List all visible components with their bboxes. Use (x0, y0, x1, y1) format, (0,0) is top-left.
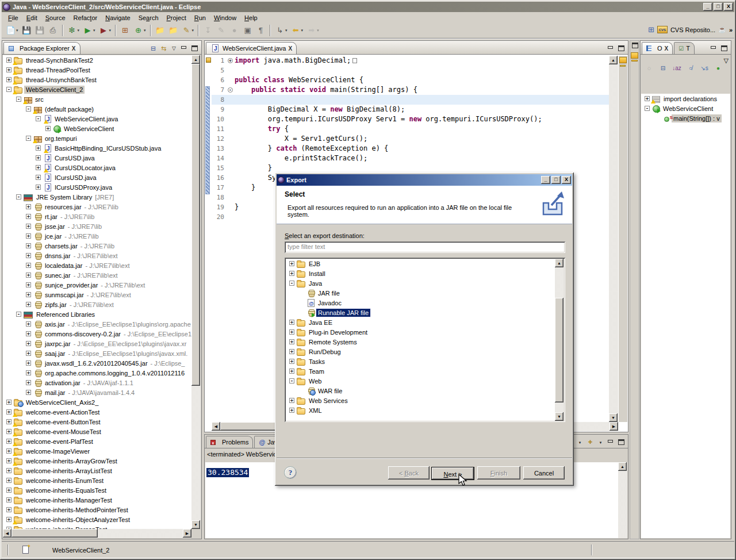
expander-icon[interactable] (6, 87, 12, 92)
code-line[interactable]: 7- public static void main(String[] args… (212, 85, 609, 95)
tree-item[interactable]: main(String[]) : v (641, 113, 730, 123)
java-perspective-icon[interactable]: ☕ (718, 26, 726, 33)
tree-item[interactable]: src (3, 94, 191, 104)
maximize-view-icon[interactable] (720, 45, 729, 52)
menu-window[interactable]: Window (210, 13, 240, 22)
code-line[interactable]: 15 } (212, 163, 609, 173)
expander-icon[interactable] (26, 273, 31, 278)
tree-item[interactable]: dnsns.jar- J:\JRE7\lib\ext (3, 251, 191, 260)
last-edit-location-icon[interactable]: ↳▾ (274, 24, 289, 37)
expander-icon[interactable] (6, 419, 12, 424)
code-line[interactable]: 11 try { (212, 124, 609, 134)
open-console-dropdown-icon[interactable]: ▾ (596, 439, 605, 446)
menu-source[interactable]: Source (41, 13, 70, 22)
close-view-icon[interactable]: X (72, 45, 76, 52)
minimize-editor-icon[interactable] (607, 45, 615, 52)
expander-icon[interactable] (26, 263, 31, 268)
hide-static-icon[interactable]: ↘s (699, 65, 710, 71)
tab-problems[interactable]: x Problems (206, 436, 253, 448)
cvs-repository-icon[interactable]: CVS (657, 26, 668, 33)
tree-item[interactable]: sunec.jar- J:\JRE7\lib\ext (3, 270, 191, 280)
editor-vscrollbar[interactable]: ▲ ▼ (609, 56, 618, 422)
tree-item[interactable]: saaj.jar- J:\Eclipse_EE\eclipse1\plugins… (3, 348, 191, 358)
expander-icon[interactable] (289, 320, 294, 325)
hide-fields-icon[interactable]: ○̸ (685, 65, 696, 71)
tab-tasks[interactable]: ☑ T (674, 42, 695, 54)
code-line[interactable]: 10 org.tempuri.ICursUSDProxy Serv1 = new… (212, 114, 609, 124)
collapse-all-icon[interactable]: ⊟ (658, 65, 668, 71)
fold-margin[interactable]: + (227, 56, 235, 66)
tree-item[interactable]: Remote Systems (286, 337, 555, 347)
view-menu-icon[interactable]: ▽ (170, 45, 178, 52)
collapse-all-icon[interactable]: ⊟ (149, 45, 158, 52)
tree-item[interactable]: Team (286, 366, 555, 376)
expander-icon[interactable] (26, 282, 31, 287)
tab-outline[interactable]: O X (642, 42, 673, 54)
focus-icon[interactable]: ◌ (644, 65, 654, 71)
filters-icon[interactable]: ● (713, 65, 723, 71)
tree-item[interactable]: welcome-event-ActionTest (3, 407, 191, 417)
expander-icon[interactable] (26, 331, 31, 336)
perspective-label[interactable]: CVS Reposito... (670, 26, 715, 33)
tree-item[interactable]: welcome-event-PlafTest (3, 436, 191, 446)
pe-vscrollbar[interactable]: ▲ ▼ (191, 55, 201, 529)
show-source-icon[interactable]: ▣ (241, 24, 254, 37)
sort-icon[interactable]: ↓az (672, 65, 682, 71)
tree-item[interactable]: commons-discovery-0.2.jar- J:\Eclipse_EE… (3, 329, 191, 339)
debug-icon[interactable]: ❇▾ (66, 24, 81, 37)
open-perspective-icon[interactable]: ⊞ (648, 25, 654, 34)
window-minimize-button[interactable]: _ (703, 3, 712, 11)
maximize-view-icon[interactable] (617, 439, 626, 446)
expander-icon[interactable] (16, 312, 21, 317)
restore-view-icon[interactable] (631, 42, 639, 49)
warning-marker-icon[interactable] (206, 57, 211, 63)
tree-item[interactable]: thread-ThreadPoolTest (3, 65, 191, 75)
expander-icon[interactable] (26, 224, 31, 229)
dialog-minimize-button[interactable]: _ (541, 176, 550, 184)
tree-item[interactable]: Java (286, 278, 555, 288)
run-external-icon[interactable]: ▶▾ (98, 24, 113, 37)
expander-icon[interactable] (289, 398, 294, 403)
minimized-view-icon[interactable] (631, 52, 638, 59)
overview-occurrence-marker[interactable] (620, 65, 626, 67)
expander-icon[interactable] (45, 126, 51, 131)
tree-item[interactable]: Run/Debug (286, 347, 555, 356)
tree-item[interactable]: welcome-inherits-ArrayListTest (3, 466, 191, 475)
tree-item[interactable]: import declarations (641, 94, 730, 103)
scroll-thumb[interactable] (555, 298, 564, 402)
expander-icon[interactable] (289, 408, 294, 413)
scroll-up-arrow[interactable]: ▲ (555, 259, 564, 267)
tree-item[interactable]: Web Services (286, 396, 555, 405)
tree-item[interactable]: zipfs.jar- J:\JRE7\lib\ext (3, 300, 191, 309)
tree-item[interactable]: org.apache.commons.logging_1.0.4.v201101… (3, 368, 191, 378)
more-perspectives-chevron[interactable]: » (729, 26, 733, 33)
tree-item[interactable]: welcome-event-ButtonTest (3, 417, 191, 427)
tree-item[interactable]: axis.jar- J:\Eclipse_EE\eclipse1\plugins… (3, 319, 191, 329)
filter-input[interactable]: type filter text (285, 241, 565, 253)
tree-item[interactable]: Install (286, 269, 555, 278)
expander-icon[interactable] (6, 497, 12, 503)
expander-icon[interactable] (6, 429, 12, 434)
tree-item[interactable]: JAR file (286, 288, 555, 298)
menu-help[interactable]: Help (240, 13, 262, 22)
tree-item[interactable]: sunmscapi.jar- J:\JRE7\lib\ext (3, 290, 191, 300)
expander-icon[interactable] (6, 67, 12, 72)
expander-icon[interactable] (26, 360, 31, 366)
tree-item[interactable]: Tasks (286, 356, 555, 366)
expander-icon[interactable] (36, 155, 41, 160)
expander-icon[interactable] (289, 281, 294, 286)
tree-item[interactable]: localedata.jar- J:\JRE7\lib\ext (3, 260, 191, 270)
open-folder-icon[interactable]: 📁 (167, 24, 179, 37)
expander-icon[interactable] (26, 233, 31, 239)
expander-icon[interactable] (289, 329, 294, 335)
tree-item[interactable]: mail.jar- J:\JAVA\javamail-1.4.4 (3, 388, 191, 397)
show-whitespace-icon[interactable]: ¶ (255, 24, 267, 37)
maximize-editor-icon[interactable] (617, 45, 626, 52)
link-with-editor-icon[interactable]: ⇆ (159, 45, 168, 52)
tree-item[interactable]: JRE System Library[JRE7] (3, 192, 191, 202)
expander-icon[interactable] (6, 517, 12, 522)
expander-icon[interactable] (16, 194, 21, 200)
new-wizard-icon[interactable]: 📄▾ (5, 24, 20, 37)
scroll-down-arrow[interactable]: ▼ (191, 520, 200, 529)
code-line[interactable]: 5 (212, 66, 609, 75)
